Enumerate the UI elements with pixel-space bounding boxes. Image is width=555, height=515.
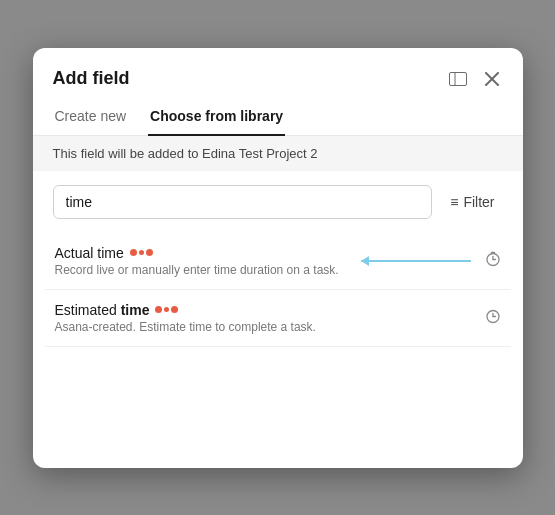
field-desc-actual-time: Record live or manually enter time durat… (55, 263, 475, 277)
field-name-estimated-time: Estimated time (55, 302, 150, 318)
filter-lines-icon: ≡ (450, 194, 458, 210)
dot-2 (139, 250, 144, 255)
field-list: Actual time Record live or manually ente… (33, 233, 523, 468)
modal-header: Add field (33, 48, 523, 90)
dot-e2 (164, 307, 169, 312)
modal-overlay: Add field Create new Choose fro (0, 0, 555, 515)
header-icons (445, 68, 503, 90)
tab-bar: Create new Choose from library (33, 90, 523, 136)
filter-button[interactable]: ≡ Filter (442, 188, 502, 216)
add-field-modal: Add field Create new Choose fro (33, 48, 523, 468)
estimated-time-dots (155, 306, 178, 313)
field-name-row: Actual time (55, 245, 475, 261)
dot-1 (130, 249, 137, 256)
info-bar-text: This field will be added to Edina Test P… (53, 146, 318, 161)
svg-rect-0 (449, 72, 466, 85)
expand-button[interactable] (445, 68, 471, 90)
filter-button-label: Filter (463, 194, 494, 210)
arrow-line (361, 260, 471, 262)
tab-create-new[interactable]: Create new (53, 102, 129, 136)
modal-title: Add field (53, 68, 130, 89)
field-item-estimated-time[interactable]: Estimated time Asana-created. Estimate t… (45, 290, 511, 347)
field-item-content-2: Estimated time Asana-created. Estimate t… (55, 302, 475, 334)
search-input[interactable] (53, 185, 433, 219)
field-name-row-2: Estimated time (55, 302, 475, 318)
dot-e1 (155, 306, 162, 313)
field-item-actual-time[interactable]: Actual time Record live or manually ente… (45, 233, 511, 290)
arrow-indicator (361, 260, 471, 262)
estimated-time-icon (485, 308, 501, 327)
field-desc-estimated-time: Asana-created. Estimate time to complete… (55, 320, 475, 334)
info-bar: This field will be added to Edina Test P… (33, 136, 523, 171)
actual-time-dots (130, 249, 153, 256)
dot-e3 (171, 306, 178, 313)
dot-3 (146, 249, 153, 256)
close-button[interactable] (481, 68, 503, 90)
search-row: ≡ Filter (33, 171, 523, 233)
tab-choose-library[interactable]: Choose from library (148, 102, 285, 136)
actual-time-icon (485, 251, 501, 270)
field-name-actual-time: Actual time (55, 245, 124, 261)
